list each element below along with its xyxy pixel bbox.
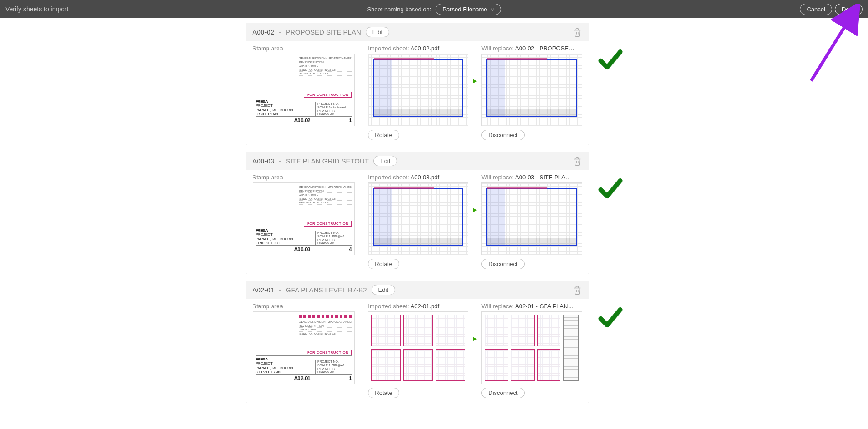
trash-icon[interactable] (572, 27, 582, 37)
rotate-button[interactable]: Rotate (368, 388, 399, 398)
disconnect-button[interactable]: Disconnect (481, 259, 524, 269)
imported-filename: A00-02.pdf (411, 45, 440, 52)
imported-thumbnail[interactable] (368, 54, 468, 126)
topbar-actions: Cancel Done (800, 4, 863, 15)
disconnect-button[interactable]: Disconnect (481, 388, 524, 398)
naming-select[interactable]: Parsed Filename ▽ (436, 4, 501, 15)
trash-icon[interactable] (572, 285, 582, 295)
edit-button[interactable]: Edit (366, 27, 389, 37)
replace-sheet: A00-02 - PROPOSE… (515, 45, 575, 52)
check-icon (598, 306, 623, 330)
sheet-row: A00-03 - SITE PLAN GRID SETOUT Edit Stam… (0, 152, 868, 274)
page-title: Verify sheets to import (5, 5, 69, 13)
sheet-title: GFA PLANS LEVEL B7-B2 (286, 286, 367, 294)
chevron-down-icon: ▽ (491, 7, 494, 11)
stamp-area-label: Stamp area (253, 303, 355, 310)
sheet-row: A02-01 - GFA PLANS LEVEL B7-B2 Edit Stam… (0, 281, 868, 403)
replace-thumbnail[interactable] (481, 182, 582, 255)
sheet-list: A00-02 - PROPOSED SITE PLAN Edit Stamp a… (0, 18, 868, 409)
stamp-area-label: Stamp area (253, 174, 355, 181)
card-header: A02-01 - GFA PLANS LEVEL B7-B2 Edit (246, 281, 589, 299)
imported-filename: A00-03.pdf (411, 174, 440, 181)
sheet-number: A02-01 (253, 286, 274, 294)
rotate-button[interactable]: Rotate (368, 130, 399, 140)
naming-group: Sheet naming based on: Parsed Filename ▽ (367, 4, 501, 15)
sheet-number: A00-03 (253, 157, 274, 165)
card-body: Stamp area GENERAL REVISION - UPDATE/CHA… (246, 41, 589, 145)
replace-label: Will replace: A00-03 - SITE PLA… (481, 174, 582, 181)
sheet-card: A02-01 - GFA PLANS LEVEL B7-B2 Edit Stam… (246, 281, 589, 403)
rotate-button[interactable]: Rotate (368, 259, 399, 269)
check-icon (598, 48, 623, 72)
card-header: A00-03 - SITE PLAN GRID SETOUT Edit (246, 152, 589, 170)
card-header: A00-02 - PROPOSED SITE PLAN Edit (246, 23, 589, 41)
edit-button[interactable]: Edit (372, 285, 395, 295)
arrow-right-icon: ▶ (473, 78, 477, 84)
cancel-button[interactable]: Cancel (800, 4, 832, 15)
done-button[interactable]: Done (835, 4, 863, 15)
stamp-thumbnail[interactable]: GENERAL REVISION - UPDATE/CHANGESREV DES… (253, 311, 355, 384)
imported-label: Imported sheet: A00-02.pdf (368, 45, 468, 52)
trash-icon[interactable] (572, 156, 582, 166)
arrow-right-icon: ▶ (473, 335, 477, 342)
imported-label: Imported sheet: A02-01.pdf (368, 303, 468, 310)
stamp-thumbnail[interactable]: GENERAL REVISION - UPDATE/CHANGESREV DES… (253, 182, 355, 255)
imported-filename: A02-01.pdf (411, 303, 440, 310)
disconnect-button[interactable]: Disconnect (481, 130, 524, 140)
sheet-title: PROPOSED SITE PLAN (286, 28, 361, 36)
topbar: Verify sheets to import Sheet naming bas… (0, 0, 868, 18)
replace-label: Will replace: A00-02 - PROPOSE… (481, 45, 582, 52)
replace-label: Will replace: A02-01 - GFA PLAN… (481, 303, 582, 310)
stamp-thumbnail[interactable]: GENERAL REVISION - UPDATE/CHANGESREV DES… (253, 54, 355, 126)
check-icon (598, 177, 623, 201)
naming-value: Parsed Filename (442, 6, 487, 13)
imported-label: Imported sheet: A00-03.pdf (368, 174, 468, 181)
card-body: Stamp area GENERAL REVISION - UPDATE/CHA… (246, 299, 589, 403)
sheet-card: A00-03 - SITE PLAN GRID SETOUT Edit Stam… (246, 152, 589, 274)
sheet-row: A00-02 - PROPOSED SITE PLAN Edit Stamp a… (0, 23, 868, 145)
sheet-card: A00-02 - PROPOSED SITE PLAN Edit Stamp a… (246, 23, 589, 145)
replace-sheet: A00-03 - SITE PLA… (515, 174, 571, 181)
card-body: Stamp area GENERAL REVISION - UPDATE/CHA… (246, 170, 589, 274)
replace-thumbnail[interactable] (481, 54, 582, 126)
stamp-area-label: Stamp area (253, 45, 355, 52)
arrow-right-icon: ▶ (473, 207, 477, 213)
replace-thumbnail[interactable] (481, 311, 582, 384)
imported-thumbnail[interactable] (368, 182, 468, 255)
imported-thumbnail[interactable] (368, 311, 468, 384)
naming-label: Sheet naming based on: (367, 6, 431, 13)
edit-button[interactable]: Edit (373, 156, 397, 166)
sheet-title: SITE PLAN GRID SETOUT (286, 157, 369, 165)
replace-sheet: A02-01 - GFA PLAN… (515, 303, 574, 310)
sheet-number: A00-02 (253, 28, 274, 36)
